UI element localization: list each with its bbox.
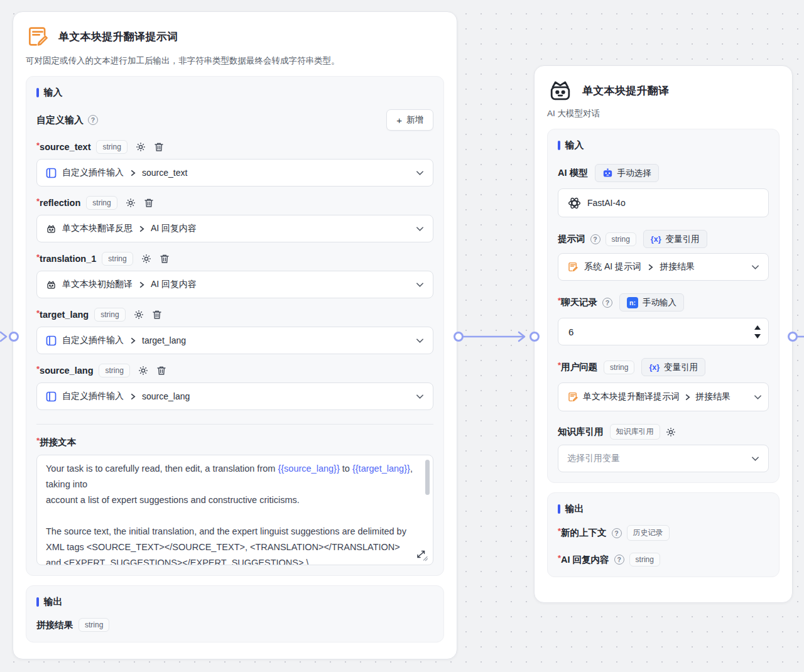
gear-icon[interactable] — [126, 198, 136, 208]
variable-ref-badge[interactable]: {x} 变量引用 — [643, 230, 707, 248]
knowledge-placeholder: 选择引用变量 — [567, 453, 746, 464]
expand-icon[interactable] — [416, 549, 428, 561]
field-reflection: * reflection string 单文本块翻译反思 AI 回复内容 — [36, 196, 433, 242]
source-select[interactable]: 自定义插件输入 target_lang — [36, 327, 433, 354]
type-badge: string — [96, 140, 127, 154]
output-port[interactable] — [789, 333, 797, 341]
decrement-button[interactable] — [754, 334, 761, 339]
trash-icon[interactable] — [160, 254, 170, 264]
doc-pencil-icon — [567, 391, 579, 403]
input-section-header: 输入 — [558, 139, 769, 151]
required-asterisk: * — [36, 197, 40, 206]
source-field-name: AI 回复内容 — [151, 223, 410, 234]
edge-left-to-right-node[interactable] — [454, 328, 540, 345]
source-node-name: 单文本块提升翻译提示词 — [583, 391, 680, 403]
input-port[interactable] — [531, 333, 539, 341]
output-section-header: 输出 — [36, 596, 433, 608]
chat-history-value: 6 — [568, 327, 573, 337]
chevron-right-icon — [647, 263, 654, 271]
source-select[interactable]: 自定义插件输入 source_lang — [36, 382, 433, 410]
source-field-name: 拼接结果 — [660, 261, 746, 273]
gear-icon[interactable] — [138, 366, 148, 376]
concat-text-editor[interactable]: Your task is to carefully read, then edi… — [36, 455, 433, 565]
chevron-down-icon — [754, 394, 762, 400]
source-field-name: AI 回复内容 — [151, 279, 410, 290]
chevron-right-icon — [138, 281, 145, 289]
trash-icon[interactable] — [154, 142, 164, 152]
outgoing-edge-right[interactable] — [786, 328, 804, 345]
variable-ref-badge[interactable]: {x} 变量引用 — [641, 358, 705, 376]
text-concat-node-card[interactable]: 单文本块提升翻译提示词 可对固定或传入的文本进行加工后输出，非字符串类型数据最终… — [13, 11, 457, 659]
incoming-edge-left[interactable] — [0, 328, 21, 345]
source-field-name: source_text — [142, 168, 410, 178]
source-node-name: 自定义插件输入 — [62, 167, 124, 178]
help-icon[interactable]: ? — [602, 298, 612, 308]
ai-model-label: AI 模型 — [558, 167, 588, 179]
required-asterisk: * — [36, 252, 40, 262]
left-card-header: 单文本块提升翻译提示词 — [26, 24, 444, 48]
robot-blue-icon — [602, 168, 613, 178]
user-question-source-select[interactable]: 单文本块提升翻译提示词 拼接结果 — [558, 382, 769, 411]
right-card-header: 单文本块提升翻译 — [547, 79, 780, 102]
plugin-icon — [46, 168, 57, 178]
required-asterisk: * — [36, 364, 40, 374]
source-select[interactable]: 单文本块翻译反思 AI 回复内容 — [36, 215, 433, 242]
gear-icon[interactable] — [134, 310, 144, 320]
textarea-scrollbar[interactable] — [425, 460, 430, 495]
chevron-down-icon — [416, 170, 424, 176]
plugin-icon — [46, 391, 57, 402]
source-select[interactable]: 自定义插件输入 source_text — [36, 159, 433, 187]
manual-input-badge[interactable]: n: 手动输入 — [619, 293, 684, 312]
help-icon[interactable]: ? — [612, 528, 622, 538]
chat-history-label: 聊天记录 — [561, 296, 597, 308]
required-asterisk: * — [558, 296, 561, 305]
output-section-header: 输出 — [558, 503, 769, 515]
input-section-header: 输入 — [36, 87, 433, 99]
type-badge: string — [86, 196, 117, 210]
source-node-name: 单文本块初始翻译 — [62, 279, 133, 290]
increment-button[interactable] — [754, 325, 761, 330]
llm-chat-node-card[interactable]: 单文本块提升翻译 AI 大模型对话 输入 AI 模型 手动选择 FastAI-4… — [534, 65, 793, 603]
trash-icon[interactable] — [152, 310, 162, 320]
help-icon[interactable]: ? — [590, 234, 600, 244]
doc-pencil-icon — [26, 24, 50, 48]
field-translation_1: * translation_1 string 单文本块初始翻译 AI 回复内容 — [36, 252, 433, 298]
chevron-down-icon — [416, 282, 424, 288]
required-asterisk: * — [36, 436, 40, 445]
knowledge-type-badge: 知识库引用 — [610, 424, 660, 440]
divider — [36, 424, 433, 425]
gear-icon[interactable] — [136, 142, 146, 152]
model-select[interactable]: FastAI-4o — [558, 188, 769, 217]
trash-icon[interactable] — [156, 366, 166, 376]
output-port[interactable] — [455, 333, 463, 341]
manual-select-badge[interactable]: 手动选择 — [595, 164, 659, 182]
required-asterisk: * — [558, 553, 561, 563]
input-port[interactable] — [10, 333, 18, 341]
knowledge-select[interactable]: 选择引用变量 — [558, 445, 769, 472]
concat-text-content: Your task is to carefully read, then edi… — [46, 461, 416, 565]
openai-icon — [567, 196, 582, 210]
trash-icon[interactable] — [144, 198, 154, 208]
left-input-panel: 输入 自定义输入 ? + 新增 * source_text string — [26, 76, 444, 576]
output-name: 拼接结果 — [36, 619, 73, 631]
chevron-right-icon — [129, 337, 136, 345]
model-name: FastAI-4o — [587, 198, 759, 208]
chevron-down-icon — [416, 226, 424, 232]
required-asterisk: * — [36, 308, 40, 318]
doc-pencil-icon — [567, 261, 579, 273]
add-input-button[interactable]: + 新增 — [386, 109, 433, 131]
field-name: reflection — [40, 198, 80, 208]
type-badge: string — [79, 618, 109, 632]
help-icon[interactable]: ? — [614, 555, 624, 565]
gear-icon[interactable] — [141, 254, 151, 264]
source-select[interactable]: 单文本块初始翻译 AI 回复内容 — [36, 271, 433, 298]
field-source_lang: * source_lang string 自定义插件输入 source_lang — [36, 364, 433, 410]
gear-icon[interactable] — [666, 427, 676, 437]
field-name: source_lang — [40, 366, 93, 376]
chevron-right-icon — [129, 393, 136, 401]
help-icon[interactable]: ? — [88, 115, 98, 125]
prompt-source-select[interactable]: 系统 AI 提示词 拼接结果 — [558, 253, 769, 281]
robot-icon — [46, 224, 57, 234]
chat-history-count-input[interactable]: 6 — [558, 318, 769, 345]
field-source_text: * source_text string 自定义插件输入 source_text — [36, 140, 433, 187]
